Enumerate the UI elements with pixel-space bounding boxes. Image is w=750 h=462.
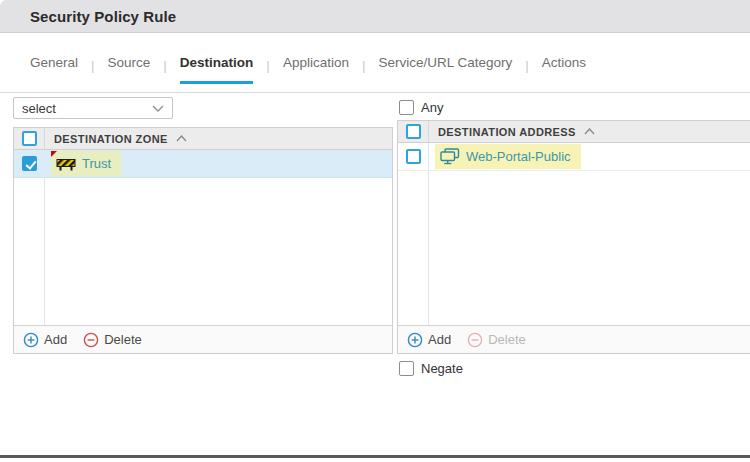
destination-address-header-row: DESTINATION ADDRESS [398, 121, 750, 143]
zone-table-footer: Add Delete [14, 325, 392, 353]
destination-zone-column-header[interactable]: DESTINATION ZONE [54, 133, 168, 145]
zone-filter-dropdown-value: select [22, 101, 56, 116]
dialog-title: Security Policy Rule [30, 8, 176, 25]
address-row-web-portal-public[interactable]: Web-Portal-Public [398, 143, 750, 171]
zone-filter-dropdown[interactable]: select [13, 97, 173, 119]
tab-separator: | [362, 58, 366, 84]
zone-add-button[interactable]: Add [23, 332, 67, 348]
address-delete-button[interactable]: Delete [467, 332, 526, 348]
negate-checkbox[interactable] [399, 361, 414, 376]
address-table-footer: Add Delete [398, 325, 750, 353]
tab-separator: | [91, 58, 95, 84]
security-policy-rule-dialog: Security Policy Rule General | Source | … [0, 0, 750, 462]
address-add-label: Add [428, 332, 451, 347]
address-select-all-cell [398, 121, 429, 142]
delete-icon [467, 332, 483, 348]
address-icon [440, 148, 460, 165]
zone-icon [56, 157, 76, 171]
dialog-titlebar: Security Policy Rule [0, 0, 750, 33]
address-row-checkbox[interactable] [406, 149, 421, 164]
tab-separator: | [266, 58, 270, 84]
address-name: Web-Portal-Public [466, 149, 571, 164]
zone-row-checkbox[interactable] [22, 156, 37, 171]
add-icon [407, 332, 423, 348]
tab-bar: General | Source | Destination | Applica… [30, 55, 586, 84]
zone-select-all-checkbox[interactable] [22, 131, 37, 146]
destination-zone-header-row: DESTINATION ZONE [14, 128, 392, 150]
zone-add-label: Add [44, 332, 67, 347]
zone-delete-button[interactable]: Delete [83, 332, 142, 348]
window-bottom-edge [0, 455, 750, 458]
add-icon [23, 332, 39, 348]
tab-destination[interactable]: Destination [180, 55, 254, 84]
any-checkbox[interactable] [399, 100, 414, 115]
sort-ascending-icon[interactable] [176, 135, 187, 142]
negate-label: Negate [421, 361, 463, 376]
destination-zone-table-body: Trust [14, 150, 392, 325]
tab-service-url-category[interactable]: Service/URL Category [378, 55, 512, 84]
tab-separator: | [525, 58, 529, 84]
address-row-checkbox-cell [398, 143, 428, 170]
tab-application[interactable]: Application [283, 55, 349, 84]
delete-icon [83, 332, 99, 348]
zone-cell-trust[interactable]: Trust [51, 151, 121, 176]
negate-checkbox-row: Negate [399, 361, 463, 376]
sort-ascending-icon[interactable] [584, 128, 595, 135]
any-label: Any [421, 100, 443, 115]
destination-address-column-header[interactable]: DESTINATION ADDRESS [438, 126, 576, 138]
address-select-all-checkbox[interactable] [406, 124, 421, 139]
zone-row-trust[interactable]: Trust [14, 150, 392, 178]
destination-address-table: DESTINATION ADDRESS [397, 120, 750, 354]
tab-actions[interactable]: Actions [542, 55, 586, 84]
tabbar-divider [0, 92, 750, 93]
any-checkbox-row: Any [399, 100, 443, 115]
zone-delete-label: Delete [104, 332, 142, 347]
tab-general[interactable]: General [30, 55, 78, 84]
zone-select-all-cell [14, 128, 45, 149]
address-add-button[interactable]: Add [407, 332, 451, 348]
address-delete-label: Delete [488, 332, 526, 347]
destination-address-table-body: Web-Portal-Public [398, 143, 750, 325]
destination-zone-table: DESTINATION ZONE [13, 127, 393, 354]
address-cell-web-portal-public[interactable]: Web-Portal-Public [435, 144, 581, 169]
zone-name: Trust [82, 156, 111, 171]
tab-separator: | [163, 58, 167, 84]
chevron-down-icon [152, 105, 164, 112]
zone-row-checkbox-cell [14, 150, 44, 177]
tab-source[interactable]: Source [108, 55, 151, 84]
